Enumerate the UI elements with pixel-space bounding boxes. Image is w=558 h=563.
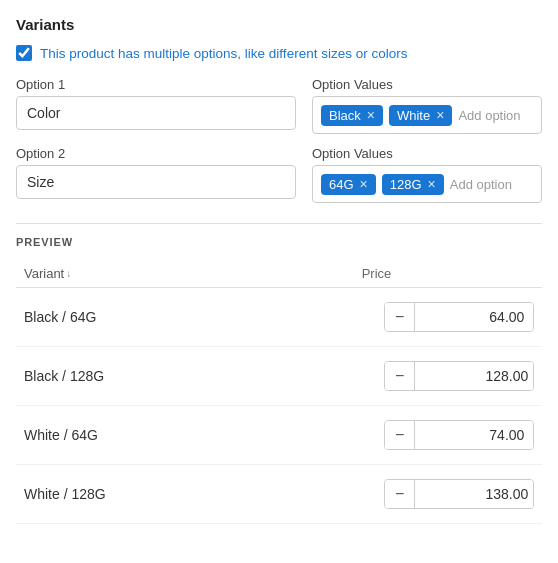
- col-header-price: Price: [211, 260, 542, 288]
- col-header-variant[interactable]: Variant ↓: [16, 260, 211, 288]
- option1-tags-container: Black × White × Add option: [312, 96, 542, 134]
- price-input[interactable]: [414, 480, 534, 508]
- option1-label-col: Option 1: [16, 77, 296, 134]
- price-control: −+: [384, 302, 534, 332]
- variant-cell: Black / 64G: [16, 288, 211, 347]
- price-cell: −+: [211, 288, 542, 347]
- price-decrease-button[interactable]: −: [385, 480, 414, 508]
- table-row: Black / 64G−+: [16, 288, 542, 347]
- preview-label: PREVIEW: [16, 236, 542, 248]
- tag-white-label: White: [397, 108, 430, 123]
- variant-cell: White / 128G: [16, 465, 211, 524]
- option2-header: Option 2: [16, 146, 296, 161]
- tag-black-label: Black: [329, 108, 361, 123]
- preview-table-body: Black / 64G−+Black / 128G−+White / 64G−+…: [16, 288, 542, 524]
- option2-add-option[interactable]: Add option: [450, 177, 512, 192]
- tag-white: White ×: [389, 105, 452, 126]
- price-control: −+: [384, 361, 534, 391]
- tag-64g: 64G ×: [321, 174, 376, 195]
- variant-sort[interactable]: Variant ↓: [24, 266, 71, 281]
- section-title: Variants: [16, 16, 542, 33]
- option1-row: Option 1 Option Values Black × White × A…: [16, 77, 542, 134]
- price-control: −+: [384, 420, 534, 450]
- preview-table-header-row: Variant ↓ Price: [16, 260, 542, 288]
- price-cell: −+: [211, 465, 542, 524]
- option2-values-col: Option Values 64G × 128G × Add option: [312, 146, 542, 203]
- price-cell: −+: [211, 347, 542, 406]
- option1-values-col: Option Values Black × White × Add option: [312, 77, 542, 134]
- tag-64g-label: 64G: [329, 177, 354, 192]
- table-row: Black / 128G−+: [16, 347, 542, 406]
- option2-row: Option 2 Option Values 64G × 128G × Add …: [16, 146, 542, 203]
- tag-white-close[interactable]: ×: [436, 108, 444, 122]
- preview-table: Variant ↓ Price Black / 64G−+Black / 128…: [16, 260, 542, 524]
- tag-128g-label: 128G: [390, 177, 422, 192]
- multiple-options-row: This product has multiple options, like …: [16, 45, 542, 61]
- table-row: White / 64G−+: [16, 406, 542, 465]
- preview-section: PREVIEW Variant ↓ Price Black / 64G−+Bla…: [16, 223, 542, 524]
- option1-header: Option 1: [16, 77, 296, 92]
- sort-arrow-icon: ↓: [66, 268, 71, 279]
- price-input[interactable]: [414, 303, 534, 331]
- multiple-options-checkbox[interactable]: [16, 45, 32, 61]
- tag-64g-close[interactable]: ×: [360, 177, 368, 191]
- variant-cell: White / 64G: [16, 406, 211, 465]
- price-input[interactable]: [414, 421, 534, 449]
- tag-128g: 128G ×: [382, 174, 444, 195]
- tag-black: Black ×: [321, 105, 383, 126]
- option2-label-col: Option 2: [16, 146, 296, 203]
- price-cell: −+: [211, 406, 542, 465]
- variant-cell: Black / 128G: [16, 347, 211, 406]
- table-row: White / 128G−+: [16, 465, 542, 524]
- tag-black-close[interactable]: ×: [367, 108, 375, 122]
- option1-input[interactable]: [16, 96, 296, 130]
- option2-values-header: Option Values: [312, 146, 542, 161]
- price-decrease-button[interactable]: −: [385, 421, 414, 449]
- tag-128g-close[interactable]: ×: [428, 177, 436, 191]
- option1-values-header: Option Values: [312, 77, 542, 92]
- price-control: −+: [384, 479, 534, 509]
- option2-tags-container: 64G × 128G × Add option: [312, 165, 542, 203]
- option2-input[interactable]: [16, 165, 296, 199]
- variant-col-label: Variant: [24, 266, 64, 281]
- multiple-options-label[interactable]: This product has multiple options, like …: [40, 46, 407, 61]
- option1-add-option[interactable]: Add option: [458, 108, 520, 123]
- price-decrease-button[interactable]: −: [385, 303, 414, 331]
- price-input[interactable]: [414, 362, 534, 390]
- price-decrease-button[interactable]: −: [385, 362, 414, 390]
